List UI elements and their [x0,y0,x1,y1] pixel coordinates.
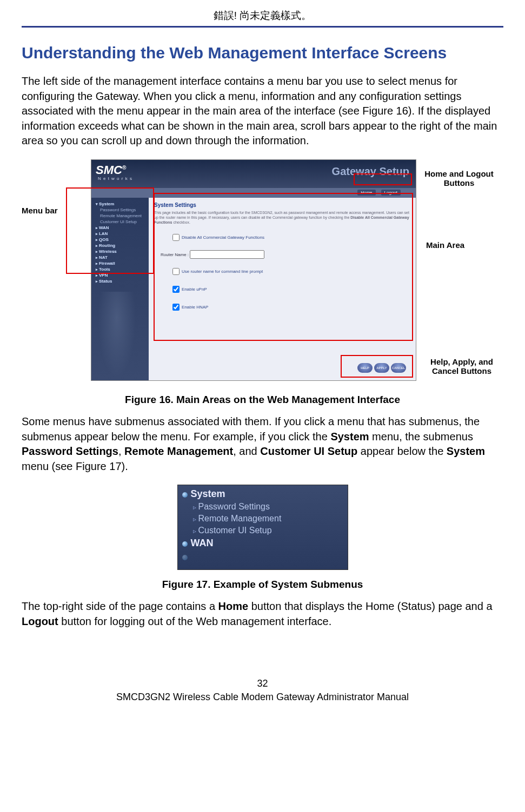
top-bar: Home Logout [91,188,416,198]
checkbox-enable-upnp[interactable]: Enable uPnP [170,284,410,294]
sidebar-item-wan[interactable]: WAN [91,225,149,231]
sidebar-item-qos[interactable]: QOS [91,237,149,243]
footer-title: SMCD3GN2 Wireless Cable Modem Gateway Ad… [22,692,503,703]
figure-17-caption: Figure 17. Example of System Submenus [22,579,503,590]
gateway-setup-title: Gateway Setup [332,165,409,178]
sidebar-sub-remote[interactable]: Remote Management [91,213,149,219]
figure-16-screenshot: SMC® N e t w o r k s Gateway Setup Home … [91,159,416,381]
page-heading: Understanding the Web Management Interfa… [22,44,503,62]
checkbox-disable-all[interactable]: Disable All Commercial Gateway Functions [170,232,410,243]
cancel-button[interactable]: CANCEL [391,363,406,373]
callout-home-logout: Home and Logout Buttons [424,169,494,187]
smc-logo-sub: N e t w o r k s [98,176,132,181]
sidebar-item-nat[interactable]: NAT [91,254,149,260]
sidebar-item-system[interactable]: System [91,201,149,207]
logout-button[interactable]: Logout [381,190,401,196]
sidebar: System Password Settings Remote Manageme… [91,198,149,380]
main-desc: This page includes all the basic configu… [154,210,410,225]
sidebar-sub-customer[interactable]: Customer UI Setup [91,219,149,225]
checkbox-use-router-name[interactable]: Use router name for command line prompt [170,266,410,277]
router-name-row: Router Name : [161,250,410,259]
page-footer: 32 SMCD3GN2 Wireless Cable Modem Gateway… [22,678,503,703]
figure-16-wrap: Menu bar Home and Logout Buttons Main Ar… [22,159,503,386]
fig17-system[interactable]: System [180,487,345,501]
header-rule [22,26,503,28]
apply-button[interactable]: APPLY [374,363,389,373]
paragraph-1: The left side of the management interfac… [22,74,503,149]
sidebar-item-firewall[interactable]: Firewall [91,260,149,266]
page-number: 32 [22,678,503,689]
paragraph-3: The top-right side of the page contains … [22,599,503,629]
page-header-error: 錯誤! 尚未定義樣式。 [22,9,503,23]
router-name-input[interactable] [190,250,264,259]
sidebar-sub-password[interactable]: Password Settings [91,207,149,213]
fig17-wan[interactable]: WAN [180,536,345,550]
smc-logo: SMC® [96,163,126,177]
figure-16-caption: Figure 16. Main Areas on the Web Managem… [22,394,503,406]
home-button[interactable]: Home [357,190,375,196]
paragraph-2: Some menus have submenus associated with… [22,414,503,474]
action-buttons: HELP APPLY CANCEL [357,363,406,373]
sidebar-item-routing[interactable]: Routing [91,243,149,249]
main-area: System Settings This page includes all t… [149,198,416,380]
fig17-lan-partial [180,550,345,563]
sidebar-item-lan[interactable]: LAN [91,231,149,237]
checkbox-enable-hnap[interactable]: Enable HNAP [170,302,410,312]
sidebar-item-status[interactable]: Status [91,278,149,284]
callout-main-area: Main Area [426,240,464,250]
fig17-remote[interactable]: Remote Management [180,513,345,525]
router-name-label: Router Name : [161,252,189,257]
sidebar-item-wireless[interactable]: Wireless [91,249,149,254]
main-title: System Settings [154,202,410,208]
fig17-customer[interactable]: Customer UI Setup [180,525,345,536]
fig17-password[interactable]: Password Settings [180,501,345,513]
callout-help-apply-cancel: Help, Apply, and Cancel Buttons [424,357,500,375]
sidebar-item-vpn[interactable]: VPN [91,272,149,278]
help-button[interactable]: HELP [357,363,373,373]
figure-17-screenshot: System Password Settings Remote Manageme… [177,485,348,570]
sidebar-item-tools[interactable]: Tools [91,266,149,272]
callout-menu-bar: Menu bar [22,206,58,215]
